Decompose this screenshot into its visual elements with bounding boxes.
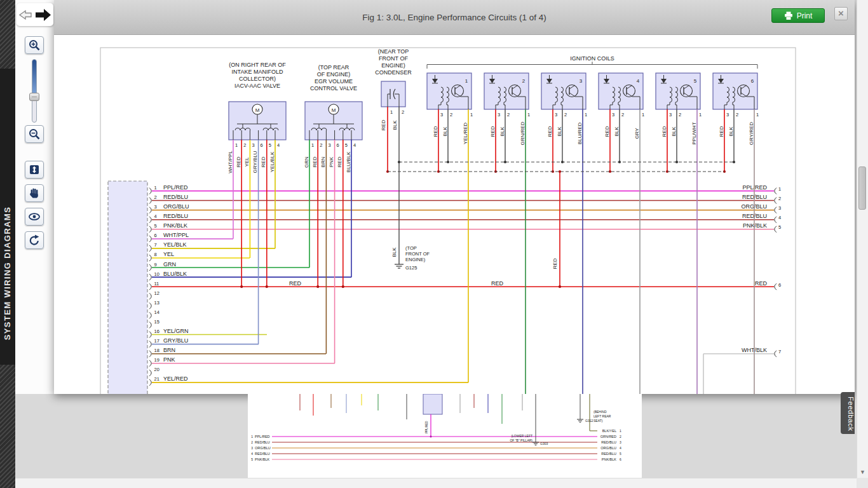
svg-text:14: 14	[154, 309, 159, 315]
zoom-slider-handle[interactable]	[29, 93, 39, 101]
svg-text:IGNITION COILS: IGNITION COILS	[570, 55, 614, 62]
print-button[interactable]: Print	[771, 8, 825, 23]
svg-text:4: 4	[277, 142, 280, 148]
diagram-viewer-window: Fig 1: 3.0L, Engine Performance Circuits…	[54, 0, 855, 394]
svg-text:1: 1	[235, 142, 238, 148]
svg-text:PNK: PNK	[163, 356, 175, 363]
svg-text:2: 2	[564, 112, 567, 118]
egr-volume-control-valve: M(TOP REAROF ENGINE)EGR VOLUMECONTROL VA…	[304, 64, 363, 363]
svg-text:1: 1	[620, 429, 621, 433]
eye-icon	[28, 210, 41, 223]
vertical-scrollbar-thumb[interactable]	[858, 166, 866, 210]
forward-arrow-icon[interactable]	[36, 9, 51, 21]
viewer-titlebar: Fig 1: 3.0L, Engine Performance Circuits…	[54, 0, 855, 35]
wht-blk-wire	[703, 354, 774, 394]
svg-text:(LOWER LEFT: (LOWER LEFT	[511, 434, 532, 438]
horizontal-scrollbar[interactable]	[15, 478, 857, 488]
svg-text:2: 2	[450, 112, 452, 118]
zoom-in-button[interactable]	[25, 36, 44, 54]
svg-text:ORG/BLU: ORG/BLU	[255, 446, 271, 450]
svg-text:5: 5	[345, 142, 348, 148]
close-button[interactable]: ×	[834, 7, 848, 20]
svg-text:18: 18	[154, 348, 159, 353]
scrollbar-corner	[857, 478, 868, 488]
svg-text:GRN: GRN	[304, 156, 309, 168]
zoom-slider[interactable]	[32, 59, 37, 123]
ignition-coils: IGNITION COILS1321REDBLKYEL/RED2321REDBL…	[427, 55, 759, 394]
scroll-down-icon[interactable]: ▼	[857, 467, 868, 477]
svg-text:(TOP: (TOP	[405, 245, 417, 251]
svg-text:5: 5	[251, 458, 253, 461]
svg-text:17: 17	[154, 338, 159, 344]
svg-text:BLK: BLK	[557, 126, 562, 137]
svg-text:YEL: YEL	[244, 157, 250, 167]
zoom-slider-fill	[32, 60, 36, 93]
svg-text:3: 3	[669, 112, 672, 118]
nav-arrows[interactable]	[17, 3, 53, 26]
svg-text:YEL: YEL	[163, 251, 174, 257]
svg-text:2: 2	[736, 112, 738, 118]
svg-text:1: 1	[527, 112, 530, 118]
pan-button[interactable]	[25, 184, 44, 202]
svg-text:3: 3	[440, 112, 443, 118]
svg-text:12: 12	[154, 290, 159, 296]
svg-text:6: 6	[261, 142, 263, 148]
svg-text:PPL/RED: PPL/RED	[742, 184, 767, 191]
svg-text:RED: RED	[381, 119, 386, 130]
svg-text:CONTROL VALVE: CONTROL VALVE	[310, 85, 357, 92]
left-connector	[108, 181, 147, 394]
svg-text:GRN: GRN	[163, 261, 176, 268]
refresh-icon	[28, 234, 41, 247]
svg-text:4: 4	[353, 142, 356, 148]
fit-button[interactable]	[25, 161, 44, 179]
svg-text:9: 9	[154, 262, 157, 268]
svg-text:1: 1	[470, 112, 473, 118]
svg-text:BLU/RED: BLU/RED	[577, 122, 583, 144]
svg-text:OF "B" PILLAR): OF "B" PILLAR)	[510, 438, 532, 442]
svg-text:1: 1	[465, 78, 468, 84]
svg-text:LEFT REAR: LEFT REAR	[593, 414, 611, 418]
svg-text:1: 1	[390, 109, 393, 115]
rail-title: SYSTEM WIRING DIAGRAMS	[0, 187, 16, 360]
view-button[interactable]	[25, 208, 44, 226]
svg-text:3: 3	[154, 204, 157, 210]
svg-text:PPL/RED: PPL/RED	[255, 435, 270, 438]
svg-text:M: M	[332, 107, 336, 113]
svg-text:5: 5	[778, 224, 781, 230]
svg-text:BLK: BLK	[728, 126, 734, 137]
svg-text:RED/BLU: RED/BLU	[255, 452, 270, 456]
svg-text:YEL/BLK: YEL/BLK	[269, 151, 275, 172]
svg-text:1: 1	[311, 142, 314, 148]
svg-text:4: 4	[154, 214, 157, 219]
svg-text:2: 2	[402, 109, 404, 115]
back-arrow-icon[interactable]	[20, 11, 31, 19]
zoom-out-button[interactable]	[25, 125, 44, 143]
svg-text:G125: G125	[405, 265, 417, 271]
vertical-scrollbar[interactable]: ▼	[857, 0, 868, 478]
svg-text:YEL/RED: YEL/RED	[463, 123, 468, 144]
svg-text:(TOP REAR: (TOP REAR	[318, 64, 349, 71]
svg-text:OF ENGINE): OF ENGINE)	[317, 71, 351, 78]
svg-text:GRY: GRY	[634, 128, 640, 139]
svg-text:FRONT OF: FRONT OF	[379, 55, 408, 62]
svg-text:1: 1	[154, 185, 157, 191]
svg-text:1: 1	[756, 112, 759, 118]
svg-text:(NEAR TOP: (NEAR TOP	[378, 48, 409, 55]
figure-title: Fig 1: 3.0L, Engine Performance Circuits…	[54, 0, 855, 35]
svg-text:PNK: PNK	[329, 156, 334, 167]
svg-text:RED: RED	[491, 280, 504, 287]
fit-window-icon	[28, 163, 41, 176]
refresh-button[interactable]	[25, 231, 44, 249]
svg-text:6: 6	[751, 78, 754, 84]
svg-text:16: 16	[154, 329, 159, 334]
svg-text:3: 3	[498, 112, 500, 118]
svg-text:1: 1	[778, 186, 781, 192]
svg-text:RED/BLU: RED/BLU	[163, 213, 188, 219]
svg-text:2: 2	[320, 142, 322, 148]
svg-text:2: 2	[154, 194, 157, 200]
svg-text:COLLECTOR): COLLECTOR)	[239, 76, 276, 82]
svg-text:4: 4	[620, 446, 621, 450]
svg-text:SEAT): SEAT)	[593, 419, 603, 423]
svg-text:6: 6	[778, 282, 781, 288]
feedback-tab[interactable]: Feedback	[841, 392, 855, 434]
